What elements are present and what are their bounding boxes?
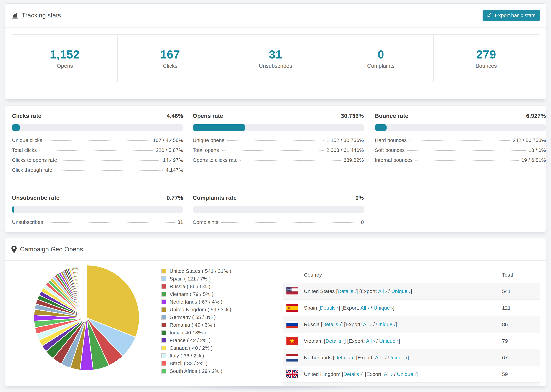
stat-label: Complaints [367, 63, 395, 69]
country-flag-gb [286, 370, 298, 378]
page-title: Tracking stats [22, 12, 61, 19]
rate-title: Bounce rate [375, 112, 409, 119]
rate-detail-row: Hard bounces242 / 86.738% [375, 137, 546, 147]
legend-item: Romania ( 49 / 3% ) [161, 321, 231, 329]
rate-detail-row: Soft bounces18 / 0% [375, 147, 546, 157]
detail-label: Hard bounces [375, 137, 407, 143]
export-unique-link[interactable]: Unique › [376, 322, 396, 327]
legend-swatch [161, 338, 166, 343]
bracket: ] [393, 305, 394, 311]
country-total: 541 [502, 288, 540, 294]
export-prefix: Export: [346, 322, 363, 327]
bracket: ] [ [344, 338, 349, 344]
legend-item: Vietnam ( 79 / 5% ) [161, 290, 231, 298]
slash: / [393, 371, 397, 377]
legend-label: Romania ( 49 / 3% ) [170, 322, 215, 328]
bracket: [ [324, 338, 325, 344]
legend-label: United States ( 541 / 31% ) [170, 268, 231, 274]
legend-item: Netherlands ( 67 / 4% ) [161, 298, 231, 306]
export-unique-link[interactable]: Unique › [397, 371, 416, 377]
geo-table-row: Germany [Details ›] [Export: All › / Uni… [283, 382, 540, 386]
legend-swatch [161, 361, 166, 366]
legend-swatch [161, 369, 166, 373]
legend-item: Germany ( 55 / 3% ) [161, 313, 231, 321]
details-link[interactable]: Details › [334, 355, 353, 360]
export-unique-link[interactable]: Unique › [388, 355, 407, 360]
summary-stat-box: 1,152Opens [12, 34, 118, 83]
export-all-link[interactable]: All › [360, 305, 369, 311]
country-cell: United Kingdom [Details ›] [Export: All … [304, 371, 418, 377]
bracket: [ [336, 288, 338, 294]
slash: / [384, 355, 388, 360]
rate-detail-row: Total clicks220 / 5.87% [12, 147, 183, 157]
rate-block-opens-rate: Opens rate30.736%Unique opens1,152 / 30.… [193, 112, 364, 167]
rate-value: 30.736% [341, 112, 364, 119]
country-name: United Kingdom [304, 371, 342, 377]
country-cell: Vietnam [Details ›] [Export: All › / Uni… [304, 338, 400, 344]
country-cell: Netherlands [Details ›] [Export: All › /… [304, 355, 409, 361]
details-link[interactable]: Details › [338, 288, 356, 294]
geo-table-row: United States [Details ›] [Export: All ›… [283, 283, 540, 300]
rate-value: 0.77% [167, 195, 183, 201]
details-link[interactable]: Details › [320, 305, 339, 311]
legend-label: France ( 42 / 2% ) [170, 337, 211, 343]
details-link[interactable]: Details › [343, 371, 362, 377]
detail-label: Click through rate [12, 167, 52, 173]
legend-label: Germany ( 55 / 3% ) [170, 314, 216, 320]
export-basic-stats-button[interactable]: Export basic stats [483, 10, 540, 21]
detail-value: 19 / 6.81% [521, 157, 546, 163]
legend-item: Spain ( 121 / 7% ) [161, 275, 231, 283]
rate-detail-rows: Unique clicks167 / 4.456%Total clicks220… [12, 137, 183, 177]
legend-item: United States ( 541 / 31% ) [161, 267, 231, 275]
geo-title: Campaign Geo Opens [20, 246, 83, 253]
detail-value: 689.82% [344, 157, 364, 163]
bracket: ] [411, 288, 412, 294]
stat-label: Unsubscribes [259, 63, 292, 69]
dotted-leader [410, 140, 510, 141]
stat-label: Opens [57, 63, 73, 69]
rate-detail-row: Unsubscribes31 [12, 219, 183, 229]
rate-detail-row: Internal bounces19 / 6.81% [375, 157, 546, 167]
detail-label: Clicks to opens rate [12, 157, 57, 163]
export-all-link[interactable]: All › [378, 288, 387, 294]
export-all-link[interactable]: All › [375, 355, 384, 360]
details-link[interactable]: Details › [325, 338, 344, 344]
bracket: ] [407, 355, 409, 360]
pie-slice [86, 265, 87, 318]
legend-swatch [161, 300, 166, 304]
rate-progress-track [375, 124, 546, 131]
export-prefix: Export: [366, 371, 384, 377]
rate-detail-rows: Unique opens1,152 / 30.736%Total opens2,… [193, 137, 364, 167]
export-unique-link[interactable]: Unique › [391, 288, 410, 294]
geo-table-row: Vietnam [Details ›] [Export: All › / Uni… [283, 333, 540, 349]
rate-head: Clicks rate4.46% [12, 112, 183, 119]
export-prefix: Export: [358, 355, 375, 360]
export-all-link[interactable]: All › [384, 371, 393, 377]
country-flag-ru [286, 321, 298, 328]
bracket: ] [ [341, 322, 346, 327]
dotted-leader [46, 222, 175, 223]
detail-label: Total opens [193, 147, 219, 153]
legend-label: Italy ( 36 / 2% ) [170, 353, 204, 359]
legend-swatch [161, 330, 166, 335]
slash: / [369, 305, 374, 311]
export-all-link[interactable]: All › [363, 322, 372, 327]
rate-progress-fill [375, 124, 387, 131]
detail-value: 2,303 / 61.446% [326, 147, 364, 153]
slash: / [387, 288, 391, 294]
geo-card-header: Campaign Geo Opens [5, 238, 546, 261]
details-link[interactable]: Details › [322, 322, 341, 327]
bracket: ] [ [353, 355, 357, 360]
tracking-stats-card: Tracking stats Export basic stats 1,152O… [5, 3, 546, 99]
bracket: ] [ [339, 305, 343, 311]
rate-detail-rows: Hard bounces242 / 86.738%Soft bounces18 … [375, 137, 546, 167]
rate-progress-fill [12, 124, 20, 131]
detail-label: Opens to clicks rate [193, 157, 238, 163]
detail-value: 31 [177, 219, 183, 225]
export-unique-link[interactable]: Unique › [374, 305, 393, 311]
export-all-link[interactable]: All › [366, 338, 375, 344]
detail-value: 0 [361, 219, 364, 225]
country-flag-es [286, 304, 298, 312]
geo-table-row: Netherlands [Details ›] [Export: All › /… [283, 349, 540, 366]
export-unique-link[interactable]: Unique › [379, 338, 399, 344]
